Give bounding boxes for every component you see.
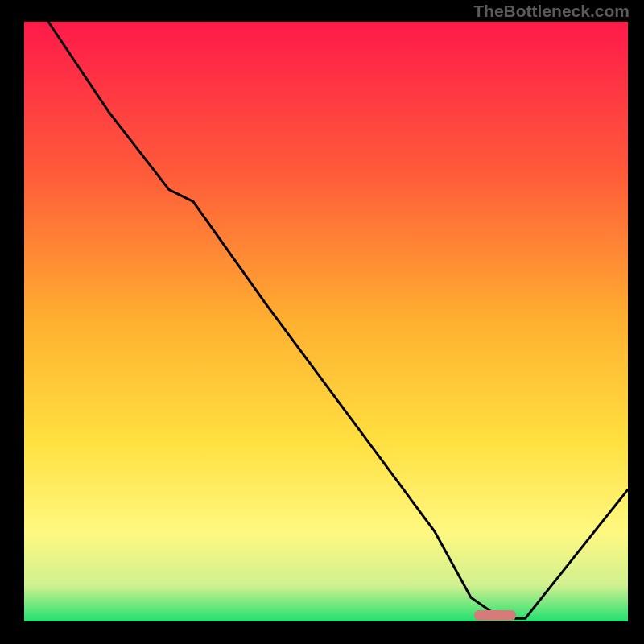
plot-area: [24, 22, 628, 621]
watermark-text: TheBottleneck.com: [473, 2, 630, 21]
bottleneck-chart: [0, 0, 644, 644]
optimal-marker: [474, 610, 516, 621]
